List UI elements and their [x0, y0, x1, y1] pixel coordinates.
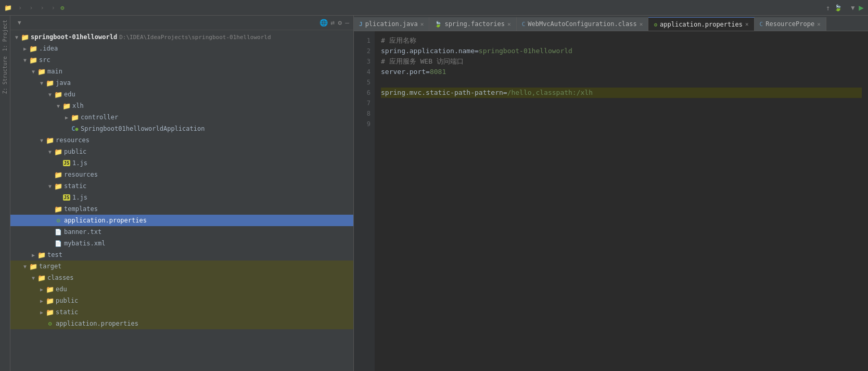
structure-side-icon[interactable]: Z: Structure: [1, 54, 9, 96]
tree-arrow: ▶: [21, 44, 29, 53]
tab-label: application.properties: [660, 21, 743, 28]
tab-close-icon[interactable]: ✕: [745, 21, 749, 28]
tree-node-icon: 📁: [62, 102, 71, 110]
tree-arrow: ▶: [29, 251, 37, 259]
panel-header-icons: 🌐 ⇄ ⚙ —: [320, 19, 349, 27]
globe-icon[interactable]: 🌐: [320, 19, 328, 27]
tree-node-label: main: [47, 68, 62, 75]
tree-item-test[interactable]: ▶📁test: [10, 249, 353, 261]
code-line[interactable]: [381, 119, 862, 129]
tree-item-resources[interactable]: ▼📁resources: [10, 134, 353, 146]
line-number: 1: [354, 35, 375, 46]
tree-item-application.properties[interactable]: ⚙application.properties: [10, 215, 353, 226]
navigate-back-icon[interactable]: ↑: [826, 4, 830, 12]
project-side-icon[interactable]: 1: Project: [1, 18, 9, 53]
code-line[interactable]: server.port=8081: [381, 67, 862, 77]
tree-item-xlh[interactable]: ▼📁xlh: [10, 100, 353, 112]
tree-item-1.js[interactable]: JS1.js: [10, 192, 353, 203]
tab-icon: 🍃: [435, 20, 442, 28]
tab-icon: C: [760, 20, 763, 28]
code-line[interactable]: [381, 98, 862, 108]
code-area[interactable]: # 应用名称spring.application.name=springboot…: [375, 31, 868, 371]
panel-dropdown-icon[interactable]: ▼: [18, 19, 21, 26]
tree-node-label: test: [47, 251, 62, 258]
tab-icon: ⚙: [654, 21, 657, 28]
tree-item-edu[interactable]: ▼📁edu: [10, 89, 353, 100]
tree-node-icon: 📁: [37, 67, 46, 76]
tab-icon: J: [359, 20, 363, 28]
tree-item-.idea[interactable]: ▶📁.idea: [10, 43, 353, 54]
tree-node-icon: 📁: [46, 79, 54, 87]
tree-item-controller[interactable]: ▶📁controller: [10, 112, 353, 123]
code-line[interactable]: [381, 108, 862, 119]
tree-arrow: ▼: [54, 102, 62, 110]
editor-tab-application.properties[interactable]: ⚙application.properties✕: [648, 17, 754, 31]
tree-item-banner.txt[interactable]: 📄banner.txt: [10, 226, 353, 238]
panel-header: ▼ 🌐 ⇄ ⚙ —: [10, 16, 353, 30]
line-numbers: 123456789: [354, 31, 375, 371]
tree-node-label: src: [39, 56, 50, 64]
editor-tab-ResourcePrope[interactable]: CResourcePrope✕: [755, 17, 826, 31]
editor-area: Jplication.java✕🍃spring.factories✕CWebMv…: [354, 16, 868, 371]
dropdown-icon[interactable]: ▼: [851, 4, 854, 11]
tree-arrow: ▼: [21, 262, 29, 270]
tab-close-icon[interactable]: ✕: [420, 21, 424, 28]
tree-item-application.properties[interactable]: ⚙application.properties: [10, 318, 353, 329]
line-number: 3: [354, 56, 375, 67]
tab-close-icon[interactable]: ✕: [640, 21, 643, 28]
code-line[interactable]: [381, 77, 862, 88]
tree-arrow: ▼: [29, 274, 37, 282]
tree-node-icon: 📁: [54, 205, 62, 213]
settings-icon[interactable]: ⚙: [338, 19, 342, 27]
tree-arrow: ▼: [46, 90, 54, 98]
sync-icon[interactable]: ⇄: [331, 19, 335, 27]
tree-item-public[interactable]: ▼📁public: [10, 146, 353, 157]
tree-item-springboot-01helloworld[interactable]: ▼📁springboot-01helloworld D:\IDEA\IdeaPr…: [10, 31, 353, 43]
tree-item-main[interactable]: ▼📁main: [10, 66, 353, 77]
code-line[interactable]: # 应用服务 WEB 访问端口: [381, 56, 862, 67]
tree-item-src[interactable]: ▼📁src: [10, 54, 353, 66]
line-number: 5: [354, 77, 375, 88]
editor-tab-plication.java[interactable]: Jplication.java✕: [354, 17, 429, 31]
tree-item-resources[interactable]: 📁resources: [10, 169, 353, 180]
tree-item-target[interactable]: ▼📁target: [10, 261, 353, 272]
tree-item-templates[interactable]: 📁templates: [10, 203, 353, 215]
tree-item-static[interactable]: ▶📁static: [10, 306, 353, 318]
tree-node-icon: 📄: [54, 228, 62, 236]
code-line[interactable]: spring.mvc.static-path-pattern=/hello,cl…: [381, 88, 862, 98]
tree-item-java[interactable]: ▼📁java: [10, 77, 353, 89]
tree-node-icon: 📁: [46, 136, 54, 144]
project-panel: ▼ 🌐 ⇄ ⚙ — ▼📁springboot-01helloworld D:\I…: [10, 16, 354, 371]
tree-item-classes[interactable]: ▼📁classes: [10, 272, 353, 283]
tree-arrow: ▶: [37, 308, 46, 316]
tab-close-icon[interactable]: ✕: [507, 21, 511, 28]
tree-item-mybatis.xml[interactable]: 📄mybatis.xml: [10, 238, 353, 249]
tree-node-label: 1.js: [72, 159, 87, 167]
tree-node-label: xlh: [72, 102, 84, 109]
tree-arrow: [46, 205, 54, 213]
tree-item-edu[interactable]: ▶📁edu: [10, 283, 353, 295]
line-number: 4: [354, 67, 375, 77]
tab-close-icon[interactable]: ✕: [817, 21, 821, 28]
tree-arrow: ▼: [46, 147, 54, 156]
tab-icon: C: [522, 20, 526, 28]
tree-item-static[interactable]: ▼📁static: [10, 180, 353, 192]
tree-node-icon: 📁: [54, 182, 62, 190]
editor-tab-WebMvcAutoConfiguration.class[interactable]: CWebMvcAutoConfiguration.class✕: [517, 17, 649, 31]
tree-arrow: ▼: [37, 136, 46, 144]
code-line[interactable]: spring.application.name=springboot-01hel…: [381, 46, 862, 56]
tree-arrow: [46, 216, 54, 225]
run-button[interactable]: ▶: [859, 3, 864, 13]
tree-arrow: ▼: [12, 33, 21, 41]
editor-tab-spring.factories[interactable]: 🍃spring.factories✕: [429, 17, 516, 31]
file-tree: ▼📁springboot-01helloworld D:\IDEA\IdeaPr…: [10, 30, 353, 371]
editor-tabs: Jplication.java✕🍃spring.factories✕CWebMv…: [354, 16, 868, 31]
tree-item-public[interactable]: ▶📁public: [10, 295, 353, 306]
tab-label: plication.java: [365, 20, 418, 28]
code-line[interactable]: # 应用名称: [381, 35, 862, 46]
tree-item-1.js[interactable]: JS1.js: [10, 157, 353, 169]
tree-node-icon: 📁: [46, 285, 54, 293]
main-layout: 1: Project Z: Structure ▼ 🌐 ⇄ ⚙ — ▼📁spri…: [0, 16, 868, 371]
tree-item-Springboot01helloworldApplication[interactable]: C●Springboot01helloworldApplication: [10, 123, 353, 134]
minimize-icon[interactable]: —: [345, 19, 349, 27]
